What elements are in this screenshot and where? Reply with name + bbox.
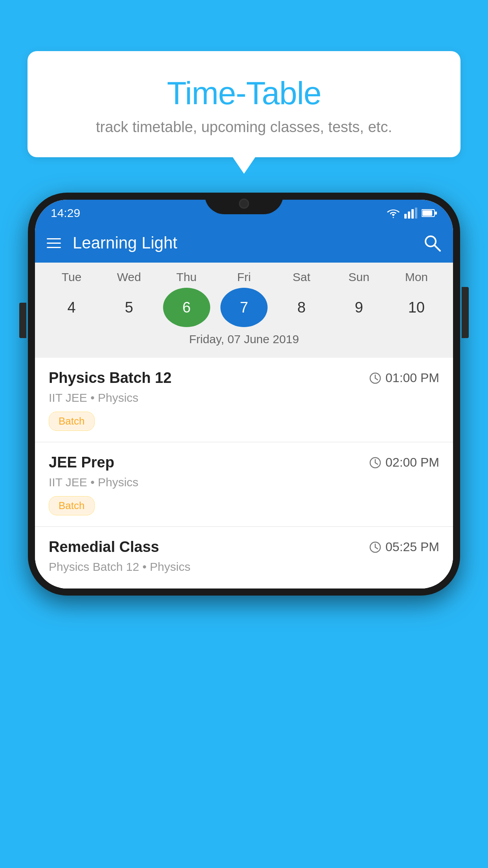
day-header-mon: Mon <box>393 270 440 284</box>
day-5[interactable]: 5 <box>105 288 152 327</box>
svg-rect-3 <box>415 208 417 219</box>
schedule-item-2-header: JEE Prep 02:00 PM <box>49 454 439 471</box>
status-icons <box>386 208 437 219</box>
day-9[interactable]: 9 <box>336 288 383 327</box>
schedule-item-3-subtitle: Physics Batch 12 • Physics <box>49 560 439 574</box>
schedule-item-3-title: Remedial Class <box>49 539 159 555</box>
schedule-item-1-header: Physics Batch 12 01:00 PM <box>49 370 439 386</box>
svg-line-14 <box>375 463 378 464</box>
day-header-wed: Wed <box>105 270 152 284</box>
day-4[interactable]: 4 <box>48 288 95 327</box>
schedule-list: Physics Batch 12 01:00 PM IIT JEE • Phys… <box>35 358 453 588</box>
day-numbers: 4 5 6 7 8 9 10 <box>35 288 453 327</box>
schedule-item-3[interactable]: Remedial Class 05:25 PM Physics Batch 12… <box>35 527 453 588</box>
clock-icon-2 <box>369 456 382 469</box>
svg-line-8 <box>435 245 440 251</box>
tooltip-bubble: Time-Table track timetable, upcoming cla… <box>28 51 460 157</box>
schedule-item-1-time: 01:00 PM <box>369 371 439 385</box>
batch-tag-1: Batch <box>49 412 95 431</box>
menu-icon[interactable] <box>47 238 61 248</box>
day-header-fri: Fri <box>220 270 268 284</box>
schedule-item-3-header: Remedial Class 05:25 PM <box>49 539 439 555</box>
svg-line-17 <box>375 547 378 549</box>
tooltip-title: Time-Table <box>47 75 441 112</box>
schedule-item-1-title: Physics Batch 12 <box>49 370 172 386</box>
svg-rect-5 <box>422 210 432 216</box>
day-header-thu: Thu <box>163 270 210 284</box>
svg-rect-2 <box>411 209 414 219</box>
schedule-item-2-time: 02:00 PM <box>369 455 439 470</box>
day-10[interactable]: 10 <box>393 288 440 327</box>
signal-icon <box>404 208 418 219</box>
phone-screen: 14:29 <box>35 200 453 588</box>
batch-tag-2: Batch <box>49 496 95 515</box>
day-header-tue: Tue <box>48 270 95 284</box>
selected-date: Friday, 07 June 2019 <box>35 327 453 354</box>
day-header-sun: Sun <box>336 270 383 284</box>
day-6-today[interactable]: 6 <box>163 288 210 327</box>
day-8[interactable]: 8 <box>278 288 325 327</box>
front-camera <box>239 199 249 209</box>
phone-notch <box>205 193 283 214</box>
schedule-item-1[interactable]: Physics Batch 12 01:00 PM IIT JEE • Phys… <box>35 358 453 442</box>
tooltip-container: Time-Table track timetable, upcoming cla… <box>28 51 460 157</box>
app-bar: Learning Light <box>35 223 453 263</box>
day-7-selected[interactable]: 7 <box>220 288 268 327</box>
status-time: 14:29 <box>51 206 80 220</box>
schedule-item-1-subtitle: IIT JEE • Physics <box>49 391 439 405</box>
schedule-item-2-subtitle: IIT JEE • Physics <box>49 476 439 489</box>
schedule-item-2-title: JEE Prep <box>49 454 114 471</box>
day-headers: Tue Wed Thu Fri Sat Sun Mon <box>35 270 453 284</box>
wifi-icon <box>386 208 400 219</box>
clock-icon-3 <box>369 541 382 554</box>
svg-rect-6 <box>435 211 437 215</box>
day-header-sat: Sat <box>278 270 325 284</box>
search-icon[interactable] <box>423 234 441 252</box>
app-title: Learning Light <box>73 234 423 252</box>
phone-outer: 14:29 <box>28 193 460 596</box>
phone-mockup: 14:29 <box>28 193 460 596</box>
schedule-item-2[interactable]: JEE Prep 02:00 PM IIT JEE • Physics Batc… <box>35 442 453 527</box>
svg-line-11 <box>375 378 378 380</box>
battery-icon <box>422 209 437 217</box>
tooltip-subtitle: track timetable, upcoming classes, tests… <box>47 119 441 136</box>
schedule-item-3-time: 05:25 PM <box>369 540 439 554</box>
calendar-strip: Tue Wed Thu Fri Sat Sun Mon 4 5 6 7 8 9 … <box>35 263 453 358</box>
clock-icon-1 <box>369 372 382 384</box>
svg-rect-0 <box>404 214 407 219</box>
svg-rect-1 <box>408 211 410 219</box>
